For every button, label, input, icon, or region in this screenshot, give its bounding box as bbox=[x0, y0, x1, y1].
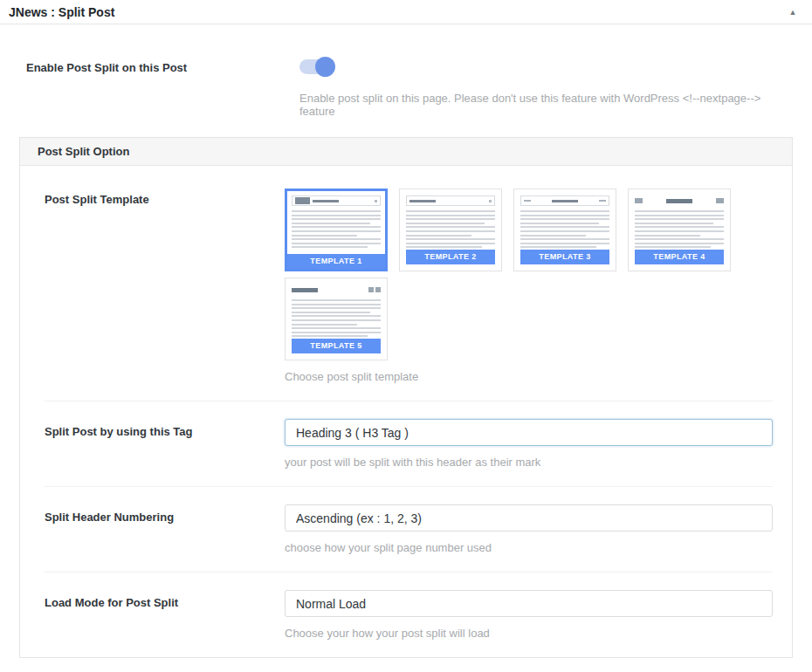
load-mode-field: Load Mode for Post Split Choose your how… bbox=[20, 573, 792, 657]
metabox-title: JNews : Split Post bbox=[9, 5, 114, 19]
template-card[interactable]: TEMPLATE 4 bbox=[628, 189, 731, 271]
panel-header: Post Split Option bbox=[20, 138, 792, 166]
template-card[interactable]: TEMPLATE 3 bbox=[513, 189, 616, 271]
toggle-knob bbox=[315, 57, 335, 77]
split-header-numbering-label: Split Header Numbering bbox=[45, 504, 285, 554]
template-label: TEMPLATE 4 bbox=[635, 250, 724, 264]
split-tag-help: your post will be split with this header… bbox=[285, 456, 773, 469]
template-label: TEMPLATE 1 bbox=[287, 254, 385, 269]
template-card[interactable]: TEMPLATE 1 bbox=[285, 189, 388, 271]
post-split-template-label: Post Split Template bbox=[45, 189, 285, 383]
metabox-header: JNews : Split Post ▲ bbox=[0, 0, 812, 24]
template-card[interactable]: TEMPLATE 5 bbox=[285, 278, 388, 360]
template-help: Choose post split template bbox=[285, 370, 773, 383]
split-header-numbering-field: Split Header Numbering choose how your s… bbox=[20, 487, 792, 572]
collapse-arrow-icon: ▲ bbox=[789, 8, 797, 17]
post-split-template-field: Post Split Template TEMPLATE 1TEMPLATE 2… bbox=[20, 166, 792, 401]
enable-post-split-toggle[interactable] bbox=[299, 59, 333, 74]
split-tag-input[interactable] bbox=[285, 419, 773, 446]
template-preview-image bbox=[520, 195, 609, 250]
post-split-option-panel: Post Split Option Post Split Template TE… bbox=[19, 137, 793, 658]
panel-title: Post Split Option bbox=[38, 145, 129, 158]
template-label: TEMPLATE 2 bbox=[406, 250, 495, 264]
split-header-numbering-input[interactable] bbox=[285, 504, 773, 531]
template-card[interactable]: TEMPLATE 2 bbox=[399, 189, 502, 271]
load-mode-label: Load Mode for Post Split bbox=[45, 590, 285, 640]
template-label: TEMPLATE 3 bbox=[520, 250, 609, 264]
enable-post-split-label: Enable Post Split on this Post bbox=[26, 59, 299, 118]
load-mode-input[interactable] bbox=[285, 590, 773, 617]
split-tag-field: Split Post by using this Tag your post w… bbox=[20, 401, 792, 486]
enable-post-split-help: Enable post split on this page. Please d… bbox=[299, 92, 793, 118]
template-preview-image bbox=[635, 195, 724, 250]
split-tag-label: Split Post by using this Tag bbox=[45, 419, 285, 469]
template-preview-image bbox=[292, 195, 381, 250]
template-grid: TEMPLATE 1TEMPLATE 2TEMPLATE 3TEMPLATE 4… bbox=[285, 189, 739, 360]
template-preview-image bbox=[406, 195, 495, 250]
template-label: TEMPLATE 5 bbox=[292, 339, 381, 353]
template-preview-image bbox=[292, 285, 381, 339]
enable-post-split-row: Enable Post Split on this Post Enable po… bbox=[0, 24, 812, 137]
load-mode-help: Choose your how your post split will loa… bbox=[285, 627, 773, 640]
collapse-button[interactable]: ▲ bbox=[784, 3, 802, 21]
split-header-numbering-help: choose how your split page number used bbox=[285, 541, 773, 554]
